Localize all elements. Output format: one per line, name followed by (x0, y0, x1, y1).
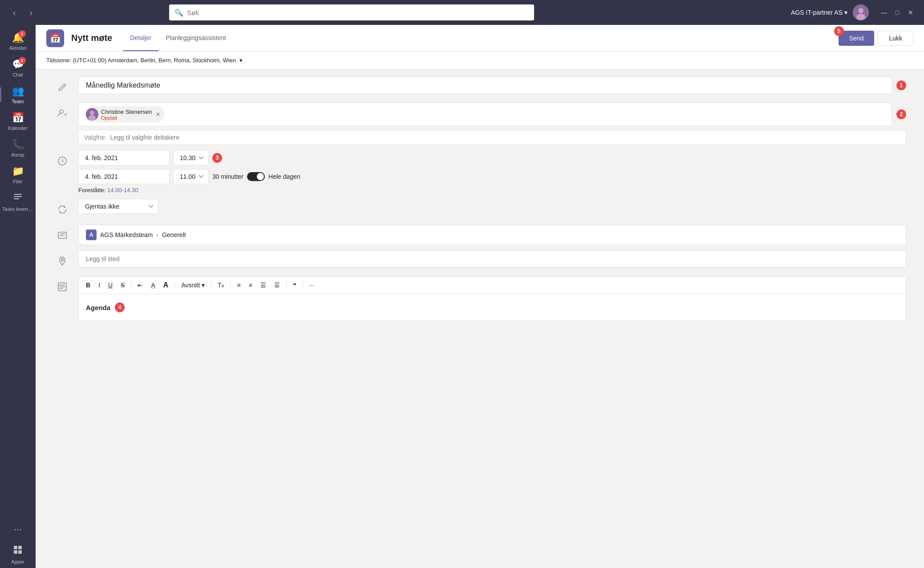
toolbar-divider-3 (211, 281, 211, 290)
tab-details[interactable]: Detaljer (123, 25, 158, 51)
svg-rect-4 (14, 196, 22, 197)
start-time-select[interactable]: 10.30 (173, 150, 209, 165)
close-form-button[interactable]: Lukk (878, 31, 913, 46)
chat-icon: 💬 1 (12, 59, 24, 70)
svg-rect-7 (18, 546, 22, 549)
location-input[interactable] (78, 250, 906, 267)
italic-button[interactable]: I (95, 280, 104, 290)
tab-planning[interactable]: Planleggingsassistent (158, 25, 233, 51)
align-right-button[interactable]: ≡ (245, 280, 256, 290)
optional-attendees-input[interactable] (110, 134, 900, 141)
close-button[interactable]: ✕ (904, 6, 917, 19)
form-title: Nytt møte (71, 33, 112, 43)
end-time-select[interactable]: 11.00 (173, 169, 209, 184)
tasks-icon (13, 192, 23, 205)
sidebar-more-button[interactable]: ··· (14, 524, 22, 535)
bold-button[interactable]: B (82, 280, 94, 290)
form-body: 1 (36, 69, 924, 568)
sidebar-label-team: Team (12, 99, 24, 104)
minimize-button[interactable]: — (878, 6, 890, 19)
svg-point-13 (89, 115, 96, 121)
repeat-select[interactable]: Gjentas ikke Daglig Ukentlig Månedlig (78, 199, 158, 214)
sidebar-item-kalender[interactable]: 📅 Kalender (0, 109, 36, 134)
clock-icon (53, 151, 71, 171)
strikethrough-button[interactable]: S (117, 280, 128, 290)
chip-name: Christine Stenersen (101, 109, 152, 115)
svg-point-10 (60, 110, 63, 113)
font-size-button[interactable]: A (160, 279, 172, 291)
channel-row: A AGS Markedsteam › Generelt (53, 225, 906, 245)
toolbar-divider-5 (286, 281, 287, 290)
anrop-icon: 📞 (12, 139, 24, 150)
quote-button[interactable]: ❝ (289, 280, 300, 290)
paragraph-button[interactable]: Avsnitt ▾ (178, 280, 208, 290)
bullets-button[interactable]: ☰ (257, 280, 270, 290)
sidebar-item-chat[interactable]: 💬 1 Chat (0, 55, 36, 81)
numbered-button[interactable]: ☰ (271, 280, 284, 290)
sidebar-item-anrop[interactable]: 📞 Anrop (0, 135, 36, 161)
channel-selector[interactable]: A AGS Markedsteam › Generelt (78, 225, 906, 245)
svg-rect-3 (14, 194, 22, 195)
nav-forward-button[interactable]: › (24, 5, 38, 20)
sidebar-item-apper[interactable]: Apper (0, 541, 36, 568)
svg-rect-15 (58, 232, 66, 238)
sidebar-item-team[interactable]: 👥 Team (0, 82, 36, 108)
maximize-button[interactable]: □ (891, 6, 904, 19)
font-color-button[interactable]: A (147, 280, 158, 290)
end-datetime: 11.00 30 minutter Hele dagen (78, 169, 906, 184)
search-input[interactable] (187, 9, 529, 16)
suggested-times: Foreslåtte: 14.00-14.30 (78, 187, 906, 193)
align-left-button[interactable]: ≡ (233, 280, 244, 290)
avatar[interactable] (853, 4, 869, 20)
apper-icon (13, 545, 23, 557)
aktivitet-icon: 🔔 1 (12, 32, 24, 44)
channel-sub-name: Generelt (162, 231, 186, 238)
chevron-down-icon: ▾ (844, 9, 847, 16)
repeat-content: Gjentas ikke Daglig Ukentlig Månedlig (78, 199, 906, 214)
suggested-time-link[interactable]: 14.00-14.30 (107, 187, 138, 193)
svg-point-12 (90, 111, 94, 115)
attendees-icon (53, 103, 71, 123)
sidebar-item-tasks[interactable]: Tasks levert ... (0, 189, 36, 215)
all-day-label: Hele dagen (268, 173, 300, 180)
nav-back-button[interactable]: ‹ (7, 5, 21, 20)
calendar-icon: 📅 (46, 29, 64, 47)
tab-nav: Detaljer Planleggingsassistent (123, 25, 233, 51)
location-icon (53, 251, 71, 271)
sidebar-item-aktivitet[interactable]: 🔔 1 Aktivitet (0, 28, 36, 54)
underline-button[interactable]: U (105, 280, 116, 290)
channel-arrow-icon: › (156, 231, 158, 238)
meeting-name-row: 1 (53, 77, 906, 97)
editor-icon (53, 277, 71, 297)
end-date-input[interactable] (78, 169, 170, 184)
editor-text-area[interactable]: Agenda 4 (79, 294, 906, 321)
indent-button[interactable]: ⇤ (134, 280, 146, 290)
clear-format-button[interactable]: Tx (214, 280, 227, 290)
more-toolbar-button[interactable]: ··· (306, 280, 318, 290)
timezone-text[interactable]: Tidssone: (UTC+01:00) Amsterdam, Berlin,… (46, 57, 236, 64)
start-date-input[interactable] (78, 150, 170, 165)
timezone-chevron-icon[interactable]: ▾ (239, 57, 243, 64)
sidebar-label-aktivitet: Aktivitet (9, 45, 27, 51)
attendees-box[interactable]: Christine Stenersen Opptatt ✕ (78, 102, 892, 126)
chat-badge: 1 (19, 57, 26, 64)
meeting-name-content: 1 (78, 77, 906, 94)
org-name[interactable]: AGS IT-partner AS ▾ (791, 9, 847, 16)
editor-body-text: Agenda (86, 304, 110, 311)
toolbar-divider-6 (303, 281, 303, 290)
repeat-row: Gjentas ikke Daglig Ukentlig Månedlig (53, 199, 906, 219)
meeting-name-input[interactable] (78, 77, 892, 94)
editor-toolbar: B I U S ⇤ A A Avsnitt ▾ Tx (79, 277, 906, 294)
optional-label: Valgfrie: (84, 134, 106, 141)
svg-point-2 (856, 14, 865, 20)
sidebar-item-filer[interactable]: 📁 Filer (0, 162, 36, 188)
all-day-toggle[interactable] (247, 172, 265, 181)
chip-remove-button[interactable]: ✕ (155, 111, 161, 118)
svg-rect-6 (14, 546, 17, 549)
svg-rect-5 (14, 198, 19, 199)
editor-content-area: B I U S ⇤ A A Avsnitt ▾ Tx (78, 276, 906, 321)
start-datetime: 10.30 3 (78, 150, 906, 165)
send-button[interactable]: Send 5 (839, 31, 875, 46)
sidebar-label-tasks: Tasks levert ... (2, 206, 33, 212)
duration-text: 30 minutter (212, 173, 243, 180)
